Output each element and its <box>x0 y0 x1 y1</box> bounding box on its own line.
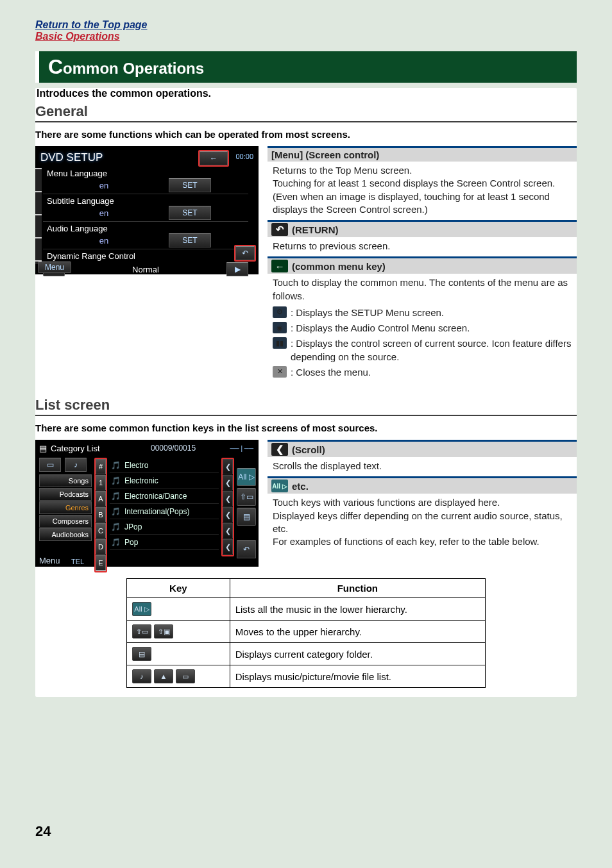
menu-screen-control-body: Returns to the Top Menu screen. Touching… <box>268 162 577 220</box>
func-2: Displays current category folder. <box>230 643 485 665</box>
th-func: Function <box>230 579 485 598</box>
row-2-value: en <box>43 236 165 246</box>
list-item[interactable]: 🎵International(Pops) <box>110 504 219 519</box>
key-up2-icon: ⇧▣ <box>154 624 173 638</box>
key-picture-icon: ▲ <box>154 669 173 683</box>
title-prefix: C <box>48 55 63 78</box>
return-top-link[interactable]: Return to the Top page <box>35 19 148 30</box>
dash-icon: ── | ── <box>230 445 254 452</box>
alpha-3[interactable]: B <box>96 507 106 522</box>
range-value: Normal <box>69 265 223 274</box>
menu-screen-control-head: [Menu] (Screen control) <box>268 146 577 162</box>
return-button[interactable]: ↶ <box>237 540 256 558</box>
table-row: ▤ Displays current category folder. <box>127 643 486 665</box>
up-hierarchy-highlight[interactable]: ⇧▭ <box>237 488 256 506</box>
tab-songs[interactable]: Songs <box>39 474 92 487</box>
alpha-2[interactable]: A <box>96 491 106 506</box>
dvd-title: DVD SETUP <box>40 151 103 164</box>
general-explain: [Menu] (Screen control) Returns to the T… <box>268 146 577 385</box>
row-1-label: Subtitle Language <box>43 196 248 206</box>
genre-icon: 🎵 <box>111 476 121 485</box>
all-icon: All ▷ <box>271 480 288 492</box>
close-icon: ✕ <box>273 366 287 378</box>
return-body: Returns to previous screen. <box>268 237 577 256</box>
scroll-body: Scrolls the displayed text. <box>268 457 577 476</box>
category-folder-highlight[interactable]: ▤ <box>237 508 256 526</box>
top-link-block: Return to the Top page Basic Operations <box>35 19 577 42</box>
setup-icon: ⚙ <box>273 306 287 318</box>
scroll-left-icon[interactable]: ❮ <box>223 459 233 474</box>
all-button-highlight[interactable]: All ▷ <box>237 468 256 486</box>
etc-body: Touch keys with various functions are di… <box>268 494 577 552</box>
dvd-setup-screenshot: DVD SETUP ← 00:00 Menu Language enSET Su… <box>35 146 259 274</box>
page-title: Common Operations <box>35 51 577 83</box>
row-0-set-button[interactable]: SET <box>169 178 211 192</box>
list-screen-heading: List screen <box>35 397 577 416</box>
return-head: ↶(RETURN) <box>268 220 577 237</box>
scroll-head: ❮(Scroll) <box>268 440 577 457</box>
tab-composers[interactable]: Composers <box>39 515 92 528</box>
current-source-icon: ▮▮ <box>273 337 287 349</box>
dvd-time: 00:00 <box>235 153 253 160</box>
genre-icon: 🎵 <box>111 461 121 470</box>
alpha-scroll-highlight[interactable]: # 1 A B C D E <box>94 458 107 572</box>
intro-text: Introduces the common operations. <box>37 88 577 99</box>
category-list-title: Category List <box>51 444 100 453</box>
row-0-value: en <box>43 181 165 190</box>
menu-button-highlight[interactable]: Menu <box>38 262 71 273</box>
scroll-col-highlight[interactable]: ❮ ❮ ❮ ❮ ❮ ❮ <box>221 458 234 556</box>
category-list-screenshot: ▤Category List 00009/00015 ── | ── ▭ ♪ S… <box>35 440 259 567</box>
list-screen-subtext: There are some common function keys in t… <box>35 422 577 433</box>
list-explain: ❮(Scroll) Scrolls the displayed text. Al… <box>268 440 577 552</box>
audio-control-icon: ◉ <box>273 322 287 333</box>
key-folder-icon: ▤ <box>132 647 151 661</box>
return-icon: ↶ <box>235 246 255 260</box>
cat-tel-label: TEL <box>71 558 84 565</box>
tab-audiobooks[interactable]: Audiobooks <box>39 528 92 541</box>
alpha-0[interactable]: # <box>96 459 106 474</box>
alpha-1[interactable]: 1 <box>96 475 106 490</box>
alpha-5[interactable]: D <box>96 539 106 555</box>
tab-genres[interactable]: Genres <box>39 501 92 514</box>
key-up1-icon: ⇧▭ <box>132 624 151 638</box>
general-heading: General <box>35 103 577 122</box>
row-2-set-button[interactable]: SET <box>169 233 211 247</box>
row-1-set-button[interactable]: SET <box>169 206 211 220</box>
func-1: Moves to the upper hierarchy. <box>230 621 485 643</box>
scroll-left-icon[interactable]: ❮ <box>223 475 233 490</box>
category-count: 00009/00015 <box>151 444 196 453</box>
genre-icon: 🎵 <box>111 492 121 501</box>
key-music-icon: ♪ <box>132 669 151 683</box>
list-item[interactable]: 🎵Electronica/Dance <box>110 488 219 504</box>
key-movie-icon: ▭ <box>176 669 195 683</box>
range-next-button[interactable]: ▶ <box>226 262 248 276</box>
alpha-6[interactable]: E <box>96 555 106 571</box>
common-menu-head: ←(common menu key) <box>268 256 577 274</box>
return-button-highlight[interactable]: ↶ <box>234 245 256 262</box>
bullet-2: : Displays the control screen of current… <box>291 337 572 363</box>
list-item[interactable]: 🎵Pop <box>110 535 219 550</box>
etc-head: All ▷etc. <box>268 476 577 494</box>
list-item[interactable]: 🎵Electronic <box>110 473 219 488</box>
list-item[interactable]: 🎵Electro <box>110 458 219 473</box>
general-subtext: There are some functions which can be op… <box>35 129 577 140</box>
genre-icon: 🎵 <box>111 522 121 531</box>
func-3: Displays music/picture/movie file list. <box>230 665 485 688</box>
genre-icon: 🎵 <box>111 507 121 516</box>
table-row: All ▷ Lists all the music in the lower h… <box>127 598 486 621</box>
alpha-4[interactable]: C <box>96 523 106 538</box>
return-icon: ↶ <box>271 223 288 236</box>
basic-ops-link[interactable]: Basic Operations <box>35 31 120 42</box>
cat-menu-button[interactable]: Menu <box>39 556 60 565</box>
scroll-left-icon[interactable]: ❮ <box>223 507 233 522</box>
left-icon-1[interactable]: ▭ <box>39 458 61 472</box>
list-item[interactable]: 🎵JPop <box>110 519 219 535</box>
tab-podcasts[interactable]: Podcasts <box>39 488 92 501</box>
table-row: ♪▲▭ Displays music/picture/movie file li… <box>127 665 486 688</box>
scroll-left-icon[interactable]: ❮ <box>223 539 233 555</box>
left-icon-2[interactable]: ♪ <box>65 458 87 472</box>
scroll-left-icon[interactable]: ❮ <box>223 523 233 538</box>
scroll-left-icon[interactable]: ❮ <box>223 491 233 506</box>
common-menu-key-highlight[interactable]: ← <box>198 150 229 167</box>
common-menu-body: Touch to display the common menu. The co… <box>268 274 577 306</box>
